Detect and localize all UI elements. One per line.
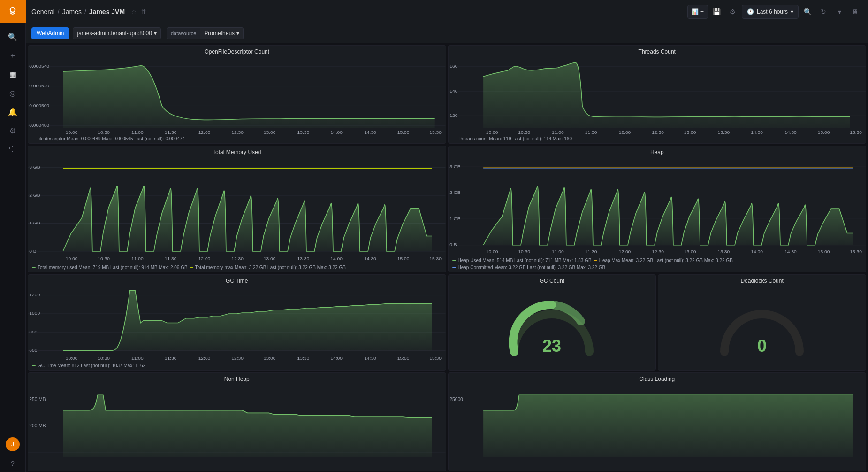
app-logo[interactable] bbox=[0, 0, 26, 23]
svg-text:15:00: 15:00 bbox=[397, 130, 410, 135]
panel-heap: Heap 3 GB 2 GB 1 GB 0 bbox=[448, 146, 867, 272]
breadcrumb-sep-1: / bbox=[58, 8, 60, 15]
gauge-panels: GC Count 23 Deadlocks Count bbox=[448, 274, 867, 371]
svg-text:13:00: 13:00 bbox=[264, 356, 276, 361]
svg-text:25000: 25000 bbox=[449, 397, 463, 402]
breadcrumb-general[interactable]: General bbox=[31, 8, 55, 15]
filterbar: WebAdmin james-admin.tenant-upn:8000 ▾ d… bbox=[26, 23, 868, 43]
svg-text:11:30: 11:30 bbox=[585, 249, 597, 254]
svg-text:14:30: 14:30 bbox=[364, 356, 376, 361]
svg-text:13:30: 13:30 bbox=[717, 249, 730, 254]
time-range-picker[interactable]: 🕐 Last 6 hours ▾ bbox=[742, 5, 799, 19]
svg-text:15:30: 15:30 bbox=[429, 356, 442, 361]
chart-class-loading: 25000 bbox=[449, 384, 866, 471]
svg-text:12:00: 12:00 bbox=[198, 130, 211, 135]
svg-text:12:30: 12:30 bbox=[231, 130, 244, 135]
chart-gc-time: 1200 1000 800 600 10:00 10:30 11:00 11:3… bbox=[28, 286, 446, 362]
svg-text:140: 140 bbox=[449, 88, 458, 93]
dashboard-settings-button[interactable]: ⚙ bbox=[726, 5, 740, 19]
svg-text:10:00: 10:00 bbox=[486, 249, 498, 254]
panel-total-memory: Total Memory Used bbox=[28, 146, 446, 272]
save-dashboard-button[interactable]: 💾 bbox=[710, 5, 724, 19]
zoom-out-button[interactable]: 🔍 bbox=[800, 5, 815, 19]
sidebar-item-shield[interactable]: 🛡 bbox=[0, 140, 26, 159]
tv-mode-button[interactable]: 🖥 bbox=[848, 5, 862, 19]
svg-text:3 GB: 3 GB bbox=[449, 164, 460, 169]
sidebar: 🔍 ＋ ▦ ◎ 🔔 ⚙ 🛡 J ? bbox=[0, 0, 26, 472]
breadcrumb-current: James JVM bbox=[89, 8, 125, 15]
datasource-selector[interactable]: Prometheus ▾ bbox=[200, 27, 244, 39]
svg-text:12:30: 12:30 bbox=[652, 249, 664, 254]
svg-text:14:30: 14:30 bbox=[364, 256, 376, 261]
sidebar-item-explore[interactable]: ◎ bbox=[0, 84, 26, 102]
instance-value: james-admin.tenant-upn:8000 bbox=[77, 30, 152, 37]
svg-text:13:00: 13:00 bbox=[684, 130, 696, 135]
svg-text:13:30: 13:30 bbox=[297, 356, 310, 361]
svg-text:250 MB: 250 MB bbox=[29, 397, 46, 402]
svg-text:15:30: 15:30 bbox=[429, 130, 442, 135]
svg-text:0.000520: 0.000520 bbox=[29, 84, 49, 89]
svg-text:15:00: 15:00 bbox=[397, 256, 410, 261]
svg-text:14:30: 14:30 bbox=[784, 130, 797, 135]
topbar: General / James / James JVM ☆ ⇈ 📊 + 💾 ⚙ … bbox=[26, 0, 868, 23]
breadcrumb-sep-2: / bbox=[84, 8, 86, 15]
panel-title-threads: Threads Count bbox=[449, 46, 866, 57]
svg-text:13:30: 13:30 bbox=[717, 130, 730, 135]
svg-text:10:30: 10:30 bbox=[98, 256, 110, 261]
panel-class-loading: Class Loading 25000 bbox=[448, 372, 867, 471]
breadcrumb: General / James / James JVM bbox=[31, 8, 125, 15]
refresh-button[interactable]: ↻ bbox=[816, 5, 830, 19]
sidebar-item-help[interactable]: ? bbox=[0, 455, 26, 472]
svg-text:15:30: 15:30 bbox=[850, 249, 862, 254]
add-panel-button[interactable]: 📊 + bbox=[687, 5, 708, 19]
svg-text:11:30: 11:30 bbox=[585, 130, 597, 135]
svg-text:14:00: 14:00 bbox=[330, 256, 343, 261]
svg-text:12:30: 12:30 bbox=[231, 256, 244, 261]
svg-text:600: 600 bbox=[29, 348, 37, 352]
svg-text:2 GB: 2 GB bbox=[29, 193, 40, 198]
svg-text:11:00: 11:00 bbox=[552, 249, 564, 254]
sidebar-item-new[interactable]: ＋ bbox=[0, 46, 26, 65]
favorite-icon[interactable]: ☆ bbox=[131, 8, 137, 15]
chart-total-memory: 3 GB 2 GB 1 GB 0 B 10:00 10:30 11:00 11:… bbox=[28, 157, 446, 264]
instance-selector[interactable]: james-admin.tenant-upn:8000 ▾ bbox=[73, 27, 160, 39]
svg-text:14:00: 14:00 bbox=[330, 356, 343, 361]
svg-text:10:30: 10:30 bbox=[98, 356, 110, 361]
svg-text:0.000480: 0.000480 bbox=[29, 123, 49, 128]
panel-title-gc-time: GC Time bbox=[28, 275, 446, 286]
svg-text:12:00: 12:00 bbox=[618, 130, 631, 135]
svg-text:0.000540: 0.000540 bbox=[29, 64, 49, 69]
svg-text:1000: 1000 bbox=[29, 311, 40, 316]
sidebar-item-alerting[interactable]: 🔔 bbox=[0, 102, 26, 121]
chart-icon: 📊 bbox=[692, 8, 699, 15]
svg-text:0.000500: 0.000500 bbox=[29, 103, 49, 108]
panel-title-non-heap: Non Heap bbox=[28, 373, 446, 384]
chevron-down-icon: ▾ bbox=[791, 8, 793, 15]
svg-text:11:00: 11:00 bbox=[552, 130, 564, 135]
svg-text:10:00: 10:00 bbox=[66, 256, 78, 261]
svg-text:10:30: 10:30 bbox=[518, 130, 530, 135]
svg-text:1 GB: 1 GB bbox=[449, 216, 460, 221]
panel-title-total-memory: Total Memory Used bbox=[28, 146, 446, 157]
svg-text:12:30: 12:30 bbox=[231, 356, 244, 361]
svg-text:15:00: 15:00 bbox=[817, 130, 830, 135]
datasource-label: datasource bbox=[167, 27, 200, 39]
chevron-down-icon: ▾ bbox=[236, 30, 239, 37]
webadmin-tab[interactable]: WebAdmin bbox=[31, 27, 69, 39]
topbar-icons: 📊 + 💾 ⚙ 🕐 Last 6 hours ▾ 🔍 ↻ ▾ 🖥 bbox=[687, 5, 862, 19]
svg-text:0 B: 0 B bbox=[449, 242, 457, 247]
svg-text:11:00: 11:00 bbox=[131, 356, 144, 361]
sidebar-item-dashboards[interactable]: ▦ bbox=[0, 65, 26, 84]
svg-text:23: 23 bbox=[542, 336, 561, 355]
svg-text:14:30: 14:30 bbox=[784, 249, 797, 254]
user-avatar[interactable]: J bbox=[6, 437, 20, 451]
chart-heap: 3 GB 2 GB 1 GB 0 B 10:00 10:30 11:00 11:… bbox=[449, 157, 866, 257]
gauge-gc-count: 23 bbox=[505, 286, 599, 370]
share-icon[interactable]: ⇈ bbox=[141, 8, 146, 15]
svg-text:11:30: 11:30 bbox=[165, 130, 177, 135]
sidebar-item-configuration[interactable]: ⚙ bbox=[0, 121, 26, 140]
breadcrumb-james[interactable]: James bbox=[62, 8, 82, 15]
sidebar-item-search[interactable]: 🔍 bbox=[0, 27, 26, 46]
svg-text:2 GB: 2 GB bbox=[449, 190, 460, 195]
refresh-chevron[interactable]: ▾ bbox=[832, 5, 846, 19]
